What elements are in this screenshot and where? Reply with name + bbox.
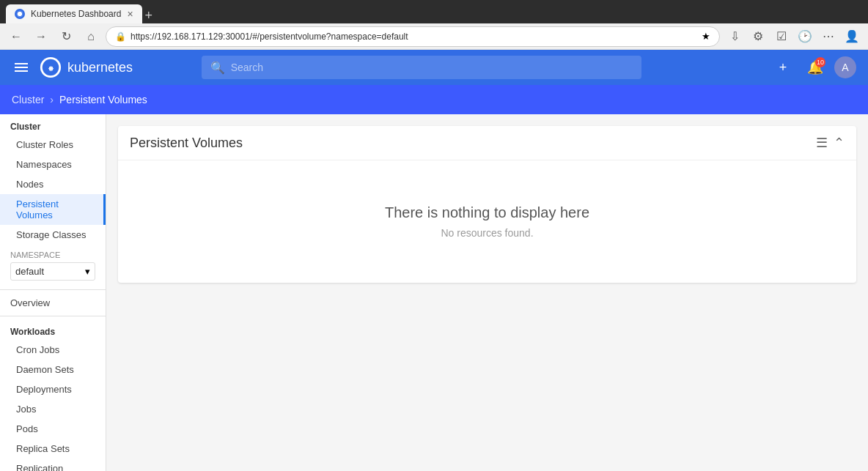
hamburger-line-1	[15, 63, 28, 64]
sidebar: Cluster Cluster Roles Namespaces Nodes P…	[0, 114, 106, 471]
home-button[interactable]: ⌂	[81, 26, 101, 47]
namespace-select[interactable]: default ▾	[10, 262, 95, 281]
bookmark-icon[interactable]: ★	[702, 31, 710, 42]
sidebar-item-overview[interactable]: Overview	[0, 293, 106, 313]
sidebar-item-pods[interactable]: Pods	[0, 419, 106, 439]
search-icon: 🔍	[210, 61, 225, 75]
hamburger-line-2	[15, 67, 28, 68]
hamburger-menu[interactable]	[12, 60, 31, 75]
breadcrumb-parent[interactable]: Cluster	[12, 94, 44, 105]
sidebar-item-cron-jobs[interactable]: Cron Jobs	[0, 340, 106, 360]
back-button[interactable]: ←	[6, 26, 26, 47]
namespace-label: Namespace	[10, 251, 95, 259]
sidebar-item-replication-controllers[interactable]: Replication Controllers	[0, 459, 106, 471]
app-title-text: kubernetes	[67, 60, 133, 75]
sidebar-item-persistent-volumes[interactable]: Persistent Volumes	[0, 194, 106, 225]
sync-button[interactable]: ☑	[771, 26, 792, 47]
sidebar-separator-1	[0, 289, 106, 290]
filter-button[interactable]: ☰	[816, 135, 828, 151]
breadcrumb-bar: Cluster › Persistent Volumes	[0, 85, 868, 114]
sidebar-item-daemon-sets[interactable]: Daemon Sets	[0, 360, 106, 379]
add-button[interactable]: +	[770, 54, 796, 81]
downloads-button[interactable]: ⇩	[724, 26, 745, 47]
new-tab-button[interactable]: +	[145, 8, 153, 23]
empty-title: There is nothing to display here	[133, 204, 842, 221]
card-title: Persistent Volumes	[130, 136, 243, 151]
profile-button[interactable]: 👤	[842, 26, 862, 47]
main-panel: Persistent Volumes ☰ ⌃ There is nothing …	[106, 114, 868, 471]
sidebar-item-storage-classes[interactable]: Storage Classes	[0, 225, 106, 245]
forward-button[interactable]: →	[31, 26, 51, 47]
svg-text:⎈: ⎈	[48, 64, 54, 73]
workloads-section-title: Workloads	[0, 319, 106, 340]
sidebar-item-namespaces[interactable]: Namespaces	[0, 155, 106, 174]
namespace-value: default	[15, 266, 44, 277]
empty-state: There is nothing to display here No reso…	[118, 160, 856, 283]
card-header: Persistent Volumes ☰ ⌃	[118, 126, 856, 160]
active-tab[interactable]: Kubernetes Dashboard ×	[6, 4, 142, 23]
extensions-button[interactable]: ⚙	[748, 26, 768, 47]
persistent-volumes-card: Persistent Volumes ☰ ⌃ There is nothing …	[118, 126, 856, 283]
notification-button[interactable]: 🔔 10	[802, 54, 828, 81]
app-bar-actions: + 🔔 10 A	[770, 54, 856, 81]
reload-button[interactable]: ↻	[56, 26, 76, 47]
sidebar-separator-2	[0, 316, 106, 316]
breadcrumb-current: Persistent Volumes	[59, 94, 147, 105]
tab-close-button[interactable]: ×	[127, 8, 133, 20]
notification-badge: 10	[815, 57, 825, 67]
sidebar-item-replica-sets[interactable]: Replica Sets	[0, 439, 106, 459]
content-area: Cluster Cluster Roles Namespaces Nodes P…	[0, 114, 868, 471]
k8s-logo-svg: ⎈	[40, 56, 62, 78]
app-bar: ⎈ kubernetes 🔍 + 🔔 10 A	[0, 50, 868, 85]
sidebar-item-jobs[interactable]: Jobs	[0, 399, 106, 419]
breadcrumb-separator: ›	[50, 94, 54, 105]
card-actions: ☰ ⌃	[816, 135, 845, 151]
tab-favicon	[15, 9, 25, 19]
address-bar[interactable]: 🔒 ★	[106, 26, 720, 47]
tab-bar: Kubernetes Dashboard × +	[0, 0, 868, 23]
security-icon: 🔒	[115, 31, 126, 42]
empty-subtitle: No resources found.	[133, 227, 842, 239]
history-button[interactable]: 🕑	[795, 26, 815, 47]
search-bar[interactable]: 🔍	[202, 56, 641, 79]
hamburger-line-3	[15, 70, 28, 72]
sidebar-item-cluster-roles[interactable]: Cluster Roles	[0, 135, 106, 155]
avatar[interactable]: A	[834, 56, 856, 78]
app: ⎈ kubernetes 🔍 + 🔔 10 A Cluster › Persis…	[0, 50, 868, 471]
browser-actions: ⇩ ⚙ ☑ 🕑 ⋯ 👤	[724, 26, 862, 47]
sidebar-item-nodes[interactable]: Nodes	[0, 174, 106, 194]
collapse-button[interactable]: ⌃	[834, 135, 845, 151]
cluster-section-title: Cluster	[0, 114, 106, 135]
tab-title-text: Kubernetes Dashboard	[31, 9, 121, 19]
sidebar-item-deployments[interactable]: Deployments	[0, 379, 106, 399]
search-input[interactable]	[231, 62, 633, 73]
url-input[interactable]	[130, 31, 697, 42]
more-button[interactable]: ⋯	[818, 26, 839, 47]
namespace-section: Namespace default ▾	[0, 245, 106, 286]
namespace-dropdown-icon: ▾	[85, 266, 90, 277]
app-logo: ⎈ kubernetes	[40, 56, 133, 78]
browser-controls: ← → ↻ ⌂ 🔒 ★ ⇩ ⚙ ☑ 🕑 ⋯ 👤	[0, 23, 868, 50]
